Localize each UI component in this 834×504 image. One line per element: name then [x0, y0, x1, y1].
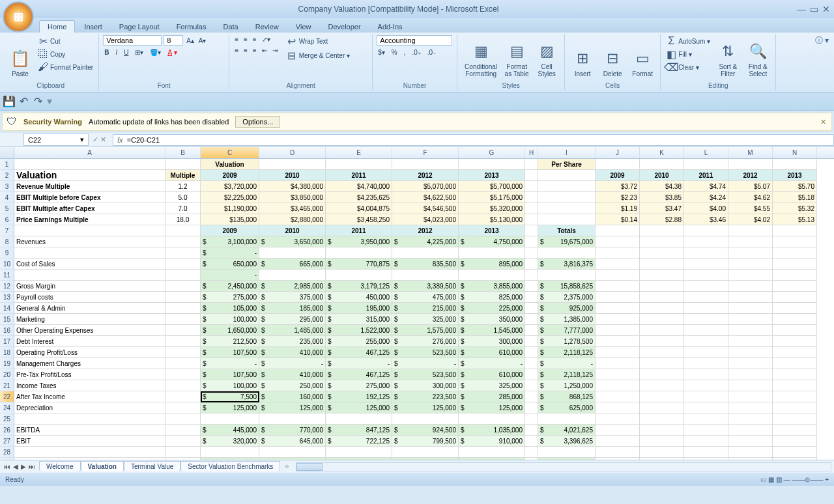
- grid-row[interactable]: 26EBITDA$445,000$770,000$847,125$924,500…: [0, 425, 834, 436]
- cell[interactable]: $410,000: [259, 347, 326, 358]
- horizontal-scrollbar[interactable]: [296, 462, 831, 471]
- cell[interactable]: [525, 225, 538, 236]
- cell[interactable]: [773, 303, 817, 314]
- row-header[interactable]: 19: [0, 358, 14, 369]
- cell[interactable]: [596, 347, 640, 358]
- cell[interactable]: $3,950,000: [326, 236, 392, 247]
- grow-font-button[interactable]: A▴: [185, 35, 195, 46]
- cell[interactable]: [684, 292, 728, 303]
- cell[interactable]: $4,225,000: [392, 236, 459, 247]
- cell[interactable]: $2,375,000: [538, 292, 596, 303]
- cell[interactable]: [596, 447, 640, 458]
- cell[interactable]: [596, 380, 640, 391]
- cell[interactable]: $2,118,125: [538, 347, 596, 358]
- cell[interactable]: [538, 247, 596, 259]
- cell[interactable]: $276,000: [392, 336, 459, 347]
- tab-formulas[interactable]: Formulas: [169, 21, 214, 33]
- cell[interactable]: [596, 336, 640, 347]
- cell[interactable]: $285,000: [459, 391, 525, 402]
- grid-row[interactable]: 8Revenues$3,100,000$3,650,000$3,950,000$…: [0, 236, 834, 247]
- sort-filter-button[interactable]: ⇅Sort & Filter: [714, 35, 741, 78]
- cell[interactable]: $924,500: [392, 425, 459, 436]
- tab-addins[interactable]: Add-Ins: [370, 21, 410, 33]
- cell[interactable]: Depreciation: [14, 402, 165, 413]
- cell[interactable]: $2,880,000: [259, 214, 326, 225]
- cell[interactable]: $100,000: [201, 314, 259, 325]
- row-header[interactable]: 11: [0, 270, 14, 281]
- cell[interactable]: [728, 436, 773, 447]
- cell[interactable]: $212,500: [201, 336, 259, 347]
- grid-row[interactable]: 28: [0, 447, 834, 458]
- cell[interactable]: [326, 413, 392, 425]
- cell[interactable]: $250,000: [259, 380, 326, 391]
- cell[interactable]: [326, 247, 392, 259]
- cell[interactable]: [640, 447, 684, 458]
- cell[interactable]: [773, 347, 817, 358]
- cell[interactable]: 2011: [326, 225, 392, 236]
- cell[interactable]: [165, 358, 201, 369]
- cell[interactable]: [459, 270, 525, 281]
- cell[interactable]: $1,190,000: [201, 203, 259, 214]
- cell[interactable]: [596, 314, 640, 325]
- cell[interactable]: $665,000: [259, 259, 326, 270]
- cell[interactable]: [525, 436, 538, 447]
- cell[interactable]: $4,023,000: [392, 214, 459, 225]
- name-box[interactable]: C22▾: [23, 133, 89, 146]
- cell[interactable]: [525, 358, 538, 369]
- cell[interactable]: [728, 281, 773, 292]
- cell[interactable]: [538, 203, 596, 214]
- conditional-formatting-button[interactable]: ▦Conditional Formatting: [461, 35, 500, 78]
- cell[interactable]: 2009: [201, 225, 259, 236]
- cell[interactable]: [684, 391, 728, 402]
- cell[interactable]: [538, 192, 596, 203]
- cell[interactable]: $2,118,125: [538, 369, 596, 380]
- cell[interactable]: $835,500: [392, 259, 459, 270]
- cell[interactable]: [728, 259, 773, 270]
- dec-decimal-button[interactable]: .0₋: [426, 48, 437, 57]
- cell[interactable]: 7.0: [165, 203, 201, 214]
- cell[interactable]: $2,985,000: [259, 281, 326, 292]
- autosum-button[interactable]: ΣAutoSum ▾: [665, 35, 712, 47]
- cell[interactable]: [165, 391, 201, 402]
- cell[interactable]: 2009: [201, 170, 259, 181]
- cell[interactable]: $125,000: [392, 402, 459, 413]
- row-header[interactable]: 16: [0, 325, 14, 336]
- cell[interactable]: [525, 447, 538, 458]
- cell[interactable]: [165, 236, 201, 247]
- cell[interactable]: $1,545,000: [459, 325, 525, 336]
- cell[interactable]: $-: [201, 247, 259, 259]
- align-center-button[interactable]: ≡: [242, 46, 249, 55]
- cell[interactable]: $192,125: [326, 391, 392, 402]
- cell[interactable]: [165, 413, 201, 425]
- cell[interactable]: 2009: [596, 170, 640, 181]
- clear-button[interactable]: ⌫Clear ▾: [665, 61, 712, 73]
- cell[interactable]: [684, 325, 728, 336]
- sheet-tab[interactable]: Valuation: [81, 461, 124, 471]
- cell[interactable]: [538, 181, 596, 192]
- cell[interactable]: [596, 425, 640, 436]
- cell[interactable]: [165, 314, 201, 325]
- cell[interactable]: [640, 292, 684, 303]
- cell[interactable]: $847,125: [326, 425, 392, 436]
- cell[interactable]: [684, 447, 728, 458]
- cell[interactable]: $3,179,125: [326, 281, 392, 292]
- cell[interactable]: Pre-Tax Profit/Loss: [14, 369, 165, 380]
- cell[interactable]: [525, 292, 538, 303]
- col-header[interactable]: F: [392, 147, 459, 158]
- cell[interactable]: [596, 247, 640, 259]
- cell[interactable]: $223,500: [392, 391, 459, 402]
- cell[interactable]: [525, 413, 538, 425]
- find-select-button[interactable]: 🔍Find & Select: [744, 35, 771, 78]
- cell[interactable]: [640, 247, 684, 259]
- cell-styles-button[interactable]: ▨Cell Styles: [533, 35, 560, 78]
- cell[interactable]: [459, 413, 525, 425]
- cell[interactable]: [773, 159, 817, 170]
- cell[interactable]: $4,546,500: [392, 203, 459, 214]
- cell[interactable]: [773, 270, 817, 281]
- indent-dec-button[interactable]: ⇤: [261, 46, 268, 55]
- cell[interactable]: $450,000: [326, 292, 392, 303]
- grid-row[interactable]: 20Pre-Tax Profit/Loss$107,500$410,000$46…: [0, 369, 834, 380]
- grid-row[interactable]: 22After Tax Income$7,500$160,000$192,125…: [0, 391, 834, 402]
- cell[interactable]: $467,125: [326, 369, 392, 380]
- cell[interactable]: $4,740,000: [326, 181, 392, 192]
